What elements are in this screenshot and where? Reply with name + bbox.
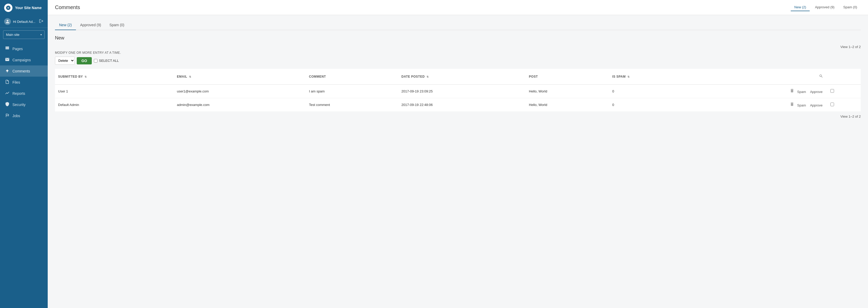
col-submitted-by: SUBMITTED BY ⇅: [55, 69, 174, 85]
files-icon: [5, 80, 10, 85]
sidebar-item-pages[interactable]: Pages: [0, 43, 48, 54]
sidebar-item-label: Comments: [12, 69, 30, 73]
col-comment: COMMENT: [306, 69, 399, 85]
table-body: User 1 user1@example.com I am spam 2017-…: [55, 85, 861, 112]
avatar: [4, 18, 11, 25]
sub-tab[interactable]: Approved (9): [76, 20, 105, 30]
top-tab[interactable]: Spam (0): [840, 4, 861, 11]
sidebar-item-label: Reports: [12, 91, 25, 95]
security-icon: [5, 102, 10, 107]
cell-post: Hello, World: [526, 98, 609, 112]
sidebar-item-security[interactable]: Security: [0, 99, 48, 110]
user-name: Hi Default Ad...: [13, 20, 35, 24]
col-post-label: POST: [529, 75, 538, 78]
sub-tab[interactable]: New (2): [55, 20, 76, 30]
bulk-actions: MODIFY ONE OR MORE ENTRY AT A TIME. Dele…: [55, 51, 861, 65]
col-post: POST: [526, 69, 609, 85]
sort-icon[interactable]: ⇅: [189, 75, 191, 78]
view-count-top: View 1–2 of 2: [55, 45, 861, 49]
col-checkbox: [827, 69, 861, 85]
sort-icon[interactable]: ⇅: [85, 75, 87, 78]
table-header: SUBMITTED BY ⇅ EMAIL ⇅ COMMENT DATE POST…: [55, 69, 861, 85]
select-all-checkbox[interactable]: [94, 59, 97, 63]
sidebar-item-reports[interactable]: Reports: [0, 88, 48, 99]
cell-post: Hello, World: [526, 85, 609, 98]
sidebar-logo: Your Site Name: [0, 0, 48, 16]
cell-actions: Spam Approve: [689, 85, 827, 98]
cell-comment: Test comment: [306, 98, 399, 112]
sort-icon[interactable]: ⇅: [427, 75, 429, 78]
top-tabs: New (2)Approved (9)Spam (0): [791, 4, 861, 11]
col-comment-label: COMMENT: [309, 75, 326, 78]
cell-is-spam: 0: [609, 85, 689, 98]
sidebar-item-label: Campaigns: [12, 58, 31, 62]
col-date-posted-label: DATE POSTED: [401, 75, 425, 78]
row-checkbox[interactable]: [830, 89, 834, 93]
logout-icon[interactable]: [39, 19, 43, 24]
row-checkbox[interactable]: [830, 103, 834, 106]
sidebar: Your Site Name Hi Default Ad... Main sit…: [0, 0, 48, 308]
sidebar-nav: Pages Campaigns Comments Files Reports S…: [0, 41, 48, 308]
top-bar: Comments New (2)Approved (9)Spam (0): [48, 0, 868, 15]
jobs-icon: [5, 113, 10, 118]
cell-submitted-by: Default Admin: [55, 98, 174, 112]
cell-email: admin@example.com: [174, 98, 306, 112]
col-email-label: EMAIL: [177, 75, 187, 78]
site-selector[interactable]: Main site ▾: [3, 30, 44, 39]
cell-actions: Spam Approve: [689, 98, 827, 112]
view-count-bottom: View 1–2 of 2: [55, 114, 861, 118]
sub-tabs: New (2)Approved (9)Spam (0): [55, 20, 861, 30]
sort-icon[interactable]: ⇅: [627, 75, 629, 78]
chevron-down-icon: ▾: [40, 33, 42, 36]
sidebar-item-label: Pages: [12, 47, 23, 51]
bulk-label: MODIFY ONE OR MORE ENTRY AT A TIME.: [55, 51, 861, 55]
sidebar-item-jobs[interactable]: Jobs: [0, 110, 48, 121]
cell-date-posted: 2017-09-19 22:48:06: [398, 98, 526, 112]
bulk-controls: Delete GO SELECT ALL: [55, 57, 861, 65]
cell-email: user1@example.com: [174, 85, 306, 98]
sidebar-item-label: Files: [12, 80, 20, 84]
top-tab[interactable]: New (2): [791, 4, 810, 11]
logo-icon: [4, 4, 12, 12]
sidebar-item-campaigns[interactable]: Campaigns: [0, 54, 48, 65]
sidebar-item-comments[interactable]: Comments: [0, 65, 48, 77]
approve-button[interactable]: Approve: [808, 89, 824, 94]
sub-tab[interactable]: Spam (0): [105, 20, 129, 30]
search-icon[interactable]: [818, 72, 824, 82]
site-name: Your Site Name: [15, 6, 41, 10]
top-tab[interactable]: Approved (9): [811, 4, 838, 11]
comments-table: SUBMITTED BY ⇅ EMAIL ⇅ COMMENT DATE POST…: [55, 69, 861, 111]
campaigns-icon: [5, 57, 10, 63]
reports-icon: [5, 91, 10, 96]
col-date-posted: DATE POSTED ⇅: [398, 69, 526, 85]
content-area: New (2)Approved (9)Spam (0) New View 1–2…: [48, 15, 868, 308]
spam-button[interactable]: Spam: [796, 103, 808, 108]
cell-is-spam: 0: [609, 98, 689, 112]
sidebar-item-label: Jobs: [12, 114, 20, 118]
spam-button[interactable]: Spam: [796, 89, 808, 94]
select-all-text: SELECT ALL: [99, 59, 119, 63]
col-submitted-by-label: SUBMITTED BY: [58, 75, 83, 78]
main-content: Comments New (2)Approved (9)Spam (0) New…: [48, 0, 868, 308]
col-email: EMAIL ⇅: [174, 69, 306, 85]
sidebar-user: Hi Default Ad...: [0, 16, 48, 28]
cell-date-posted: 2017-09-19 23:09:25: [398, 85, 526, 98]
pages-icon: [5, 46, 10, 51]
page-title: Comments: [55, 4, 80, 10]
col-is-spam: IS SPAM ⇅: [609, 69, 689, 85]
select-all-label[interactable]: SELECT ALL: [94, 59, 119, 63]
cell-comment: I am spam: [306, 85, 399, 98]
col-actions: [689, 69, 827, 85]
site-selector-value: Main site: [6, 33, 20, 37]
table-row: Default Admin admin@example.com Test com…: [55, 98, 861, 112]
delete-icon[interactable]: [790, 89, 796, 94]
cell-checkbox: [827, 98, 861, 112]
bulk-action-select[interactable]: Delete: [55, 57, 75, 65]
delete-icon[interactable]: [790, 103, 796, 107]
approve-button[interactable]: Approve: [808, 103, 824, 108]
sidebar-item-label: Security: [12, 103, 26, 107]
sidebar-item-files[interactable]: Files: [0, 77, 48, 88]
comments-icon: [5, 68, 10, 74]
go-button[interactable]: GO: [77, 57, 92, 64]
sidebar-user-info: Hi Default Ad...: [4, 18, 35, 25]
